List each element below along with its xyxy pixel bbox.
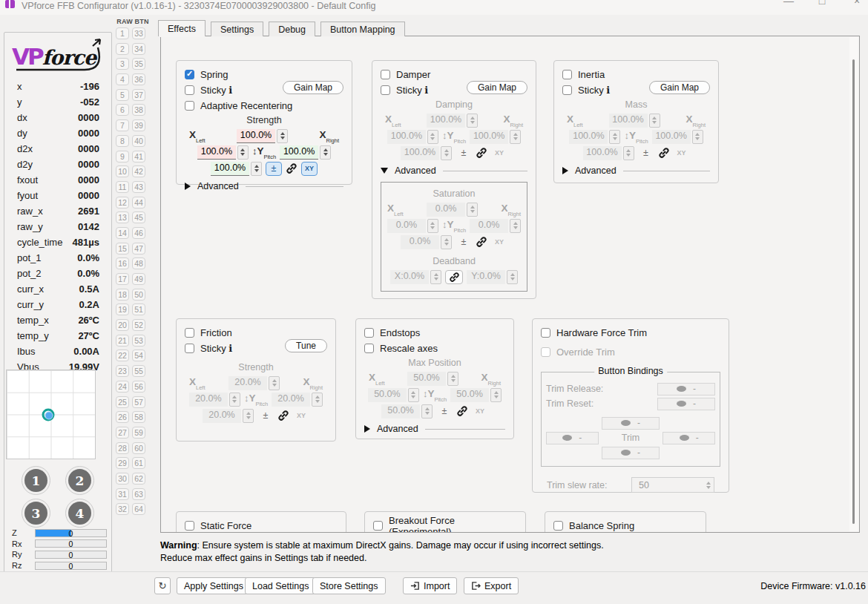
damper-left-spinner[interactable]: 100.0% <box>387 130 438 144</box>
tab-debug[interactable]: Debug <box>269 22 315 36</box>
friction-sticky-checkbox[interactable] <box>185 344 194 353</box>
friction-left-spinner[interactable]: 20.0% <box>189 393 240 407</box>
endstops-checkbox[interactable] <box>364 328 374 338</box>
endstops-top-spinner[interactable]: 50.0% <box>407 372 458 386</box>
scrollbar-track[interactable] <box>849 37 858 531</box>
static-force-row[interactable]: Static Force <box>185 518 338 533</box>
spring-strength-right-spinner[interactable]: 100.0% <box>280 145 331 160</box>
plus-minus-button[interactable]: ± <box>436 404 453 418</box>
damper-enable-row[interactable]: Damper <box>381 67 527 82</box>
breakout-force-checkbox[interactable] <box>373 521 383 531</box>
endstops-right-spinner[interactable]: 50.0% <box>450 388 502 402</box>
balance-spring-row[interactable]: Balance Spring <box>553 518 697 533</box>
deadband-x-spinner[interactable]: X:0.0% <box>390 270 441 284</box>
balance-spring-checkbox[interactable] <box>553 521 563 531</box>
spinner-arrows-icon[interactable] <box>320 145 331 160</box>
spinner-arrows-icon[interactable] <box>703 478 714 492</box>
static-force-checkbox[interactable] <box>185 521 194 531</box>
inertia-advanced-toggle[interactable]: Advanced <box>562 164 710 177</box>
store-settings-button[interactable]: Store Settings <box>312 577 386 594</box>
maximize-icon[interactable]: □ <box>815 0 829 10</box>
link-axes-icon[interactable] <box>277 410 289 421</box>
import-button[interactable]: Import <box>403 577 457 594</box>
link-axes-icon[interactable] <box>658 147 670 159</box>
damper-sticky-checkbox[interactable] <box>381 85 390 95</box>
load-settings-button[interactable]: Load Settings <box>245 577 316 594</box>
spring-gain-map-button[interactable]: Gain Map <box>283 81 343 94</box>
friction-right-spinner[interactable]: 20.0% <box>272 393 323 407</box>
inertia-sticky-checkbox[interactable] <box>562 85 572 95</box>
trim-up-binding-button[interactable]: - <box>602 417 660 430</box>
xy-button[interactable]: XY <box>491 235 507 249</box>
spring-checkbox[interactable] <box>185 70 194 79</box>
spring-sticky-checkbox[interactable] <box>185 85 194 95</box>
xy-button[interactable]: XY <box>674 146 690 160</box>
rescale-axes-checkbox[interactable] <box>364 344 374 353</box>
trim-release-binding-button[interactable]: - <box>657 383 715 395</box>
close-icon[interactable]: × <box>849 0 864 10</box>
plus-minus-button[interactable]: ± <box>456 235 472 249</box>
hw-trim-checkbox[interactable] <box>541 328 550 338</box>
spring-strength-top-spinner[interactable]: 100.0% <box>237 129 288 143</box>
link-axes-icon[interactable] <box>456 405 468 417</box>
spring-strength-left-spinner[interactable]: 100.0% <box>197 145 249 160</box>
deadband-link-button[interactable] <box>445 270 463 284</box>
link-axes-icon[interactable] <box>476 147 487 159</box>
friction-checkbox[interactable] <box>185 328 194 338</box>
spring-advanced-toggle[interactable]: Advanced <box>185 180 343 193</box>
spinner-arrows-icon[interactable] <box>237 145 249 160</box>
inertia-top-spinner[interactable]: 100.0% <box>609 114 660 128</box>
damper-advanced-toggle[interactable]: Advanced <box>381 164 527 177</box>
trim-left-binding-button[interactable]: - <box>546 432 599 444</box>
endstops-bottom-spinner[interactable]: 50.0% <box>381 404 433 418</box>
override-trim-checkbox[interactable] <box>541 347 550 357</box>
override-trim-row[interactable]: Override Trim <box>541 344 720 360</box>
tab-effects[interactable]: Effects <box>158 20 206 36</box>
inertia-left-spinner[interactable]: 100.0% <box>569 130 620 144</box>
saturation-top-spinner[interactable]: 0.0% <box>427 203 478 217</box>
spring-enable-row[interactable]: Spring <box>185 67 343 82</box>
hw-trim-enable-row[interactable]: Hardware Force Trim <box>541 325 720 341</box>
link-axes-icon[interactable] <box>476 236 487 248</box>
link-axes-icon[interactable] <box>286 163 297 174</box>
scrollbar-thumb[interactable] <box>852 59 855 524</box>
xy-button[interactable]: XY <box>491 146 507 160</box>
inertia-bottom-spinner[interactable]: 100.0% <box>583 146 634 160</box>
spinner-arrows-icon[interactable] <box>277 129 288 143</box>
endstops-enable-row[interactable]: Endstops <box>364 325 505 341</box>
inertia-right-spinner[interactable]: 100.0% <box>652 130 703 144</box>
xy-button[interactable]: XY <box>293 409 309 423</box>
saturation-bottom-spinner[interactable]: 0.0% <box>401 235 452 249</box>
inertia-checkbox[interactable] <box>562 70 572 79</box>
apply-settings-button[interactable]: Apply Settings <box>177 577 251 594</box>
xy-button[interactable]: XY <box>301 162 318 176</box>
xy-button[interactable]: XY <box>472 404 488 418</box>
rescale-axes-row[interactable]: Rescale axes <box>364 341 505 356</box>
plus-minus-button[interactable]: ± <box>456 146 472 160</box>
inertia-enable-row[interactable]: Inertia <box>562 67 710 82</box>
tab-button-mapping[interactable]: Button Mapping <box>320 22 405 36</box>
inertia-gain-map-button[interactable]: Gain Map <box>649 81 710 94</box>
damper-bottom-spinner[interactable]: 100.0% <box>401 146 452 160</box>
spinner-arrows-icon[interactable] <box>251 162 262 176</box>
trim-right-binding-button[interactable]: - <box>662 432 715 444</box>
trim-slew-spinner[interactable]: 50 <box>631 477 714 493</box>
damper-right-spinner[interactable]: 100.0% <box>470 130 521 144</box>
endstops-left-spinner[interactable]: 50.0% <box>368 388 419 402</box>
spring-strength-bottom-spinner[interactable]: 100.0% <box>211 162 262 176</box>
export-button[interactable]: Export <box>464 577 519 594</box>
minimize-icon[interactable]: — <box>781 0 796 10</box>
plus-minus-button[interactable]: ± <box>638 146 654 160</box>
tab-settings[interactable]: Settings <box>211 22 263 36</box>
endstops-advanced-toggle[interactable]: Advanced <box>364 422 505 436</box>
breakout-force-row[interactable]: Breakout Force (Experimental) <box>373 518 517 533</box>
plus-minus-button[interactable]: ± <box>266 162 282 176</box>
refresh-button[interactable]: ↻ <box>154 577 171 594</box>
friction-enable-row[interactable]: Friction <box>185 325 327 341</box>
damper-checkbox[interactable] <box>381 70 390 79</box>
spring-adaptive-row[interactable]: Adaptive Recentering <box>185 98 343 114</box>
friction-top-spinner[interactable]: 20.0% <box>228 376 280 390</box>
saturation-right-spinner[interactable]: 0.0% <box>470 219 521 233</box>
friction-tune-button[interactable]: Tune <box>285 339 327 352</box>
deadband-y-spinner[interactable]: Y:0.0% <box>467 270 518 284</box>
